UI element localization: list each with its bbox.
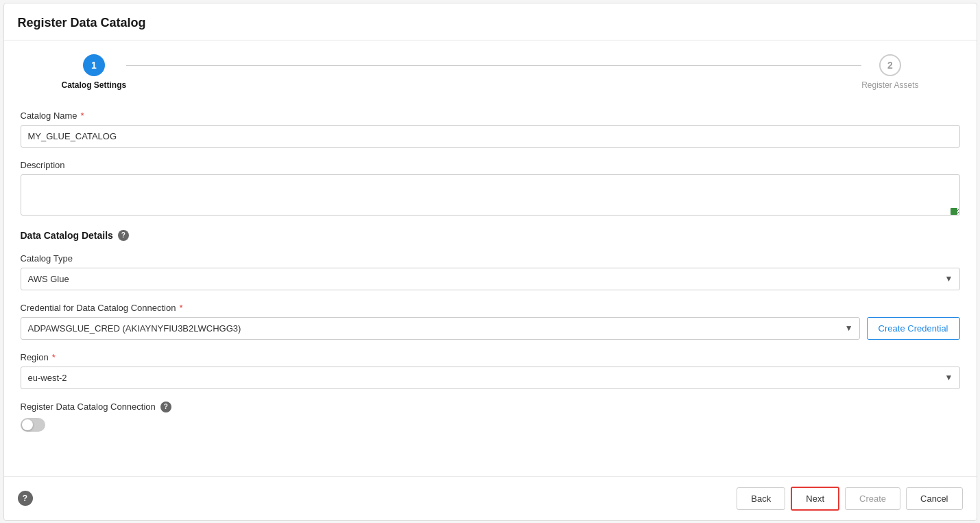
- data-catalog-details-help-icon[interactable]: ?: [118, 230, 129, 241]
- catalog-type-select-wrapper: AWS Glue ▼: [21, 268, 960, 290]
- stepper-line: [126, 65, 861, 66]
- toggle-knob: [22, 419, 33, 430]
- catalog-type-group: Catalog Type AWS Glue ▼: [21, 253, 960, 290]
- step-2: 2 Register Assets: [861, 54, 918, 90]
- register-connection-label: Register Data Catalog Connection ?: [21, 402, 960, 412]
- credential-required-indicator: *: [179, 303, 182, 313]
- step-2-circle: 2: [879, 54, 901, 76]
- credential-row: ADPAWSGLUE_CRED (AKIAYNYFIU3B2LWCHGG3) ▼…: [21, 317, 960, 340]
- dialog-body: 1 Catalog Settings 2 Register Assets Cat…: [4, 40, 977, 476]
- required-indicator: *: [81, 111, 84, 121]
- next-button[interactable]: Next: [791, 487, 839, 511]
- region-select-wrapper: eu-west-2 ▼: [21, 367, 960, 389]
- back-button[interactable]: Back: [737, 487, 785, 510]
- description-group: Description: [21, 160, 960, 218]
- catalog-type-label: Catalog Type: [21, 253, 960, 264]
- create-credential-button[interactable]: Create Credential: [867, 317, 960, 340]
- region-select[interactable]: eu-west-2: [21, 367, 960, 389]
- region-label: Region *: [21, 352, 960, 362]
- register-connection-toggle-wrapper: [21, 418, 960, 432]
- credential-select-wrapper: ADPAWSGLUE_CRED (AKIAYNYFIU3B2LWCHGG3) ▼: [21, 317, 860, 340]
- dialog-footer: ? Back Next Create Cancel: [4, 476, 977, 520]
- credential-group: Credential for Data Catalog Connection *…: [21, 303, 960, 340]
- catalog-name-group: Catalog Name *: [21, 111, 960, 148]
- data-catalog-details-section: Data Catalog Details ?: [21, 230, 960, 241]
- credential-label: Credential for Data Catalog Connection *: [21, 303, 960, 313]
- credential-select[interactable]: ADPAWSGLUE_CRED (AKIAYNYFIU3B2LWCHGG3): [21, 317, 860, 340]
- register-data-catalog-dialog: Register Data Catalog 1 Catalog Settings…: [3, 3, 977, 521]
- description-label: Description: [21, 160, 960, 170]
- step-1-label: Catalog Settings: [62, 80, 127, 90]
- data-catalog-details-title: Data Catalog Details ?: [21, 230, 960, 241]
- region-group: Region * eu-west-2 ▼: [21, 352, 960, 389]
- catalog-name-input[interactable]: [21, 125, 960, 148]
- stepper: 1 Catalog Settings 2 Register Assets: [21, 54, 960, 90]
- catalog-type-select[interactable]: AWS Glue: [21, 268, 960, 290]
- footer-help: ?: [18, 491, 33, 506]
- region-required-indicator: *: [52, 352, 56, 362]
- step-1: 1 Catalog Settings: [62, 54, 127, 90]
- register-connection-toggle[interactable]: [21, 418, 45, 432]
- catalog-name-label: Catalog Name *: [21, 111, 960, 121]
- create-button[interactable]: Create: [845, 487, 900, 510]
- register-connection-group: Register Data Catalog Connection ?: [21, 402, 960, 432]
- footer-help-icon[interactable]: ?: [18, 491, 33, 506]
- textarea-corner-indicator: [951, 208, 957, 215]
- cancel-button[interactable]: Cancel: [906, 487, 962, 510]
- description-textarea[interactable]: [21, 174, 960, 216]
- dialog-header: Register Data Catalog: [4, 3, 977, 40]
- description-textarea-wrapper: [21, 174, 960, 218]
- register-connection-help-icon[interactable]: ?: [160, 402, 171, 412]
- step-1-circle: 1: [83, 54, 105, 76]
- dialog-title: Register Data Catalog: [18, 16, 963, 30]
- step-2-label: Register Assets: [861, 80, 918, 90]
